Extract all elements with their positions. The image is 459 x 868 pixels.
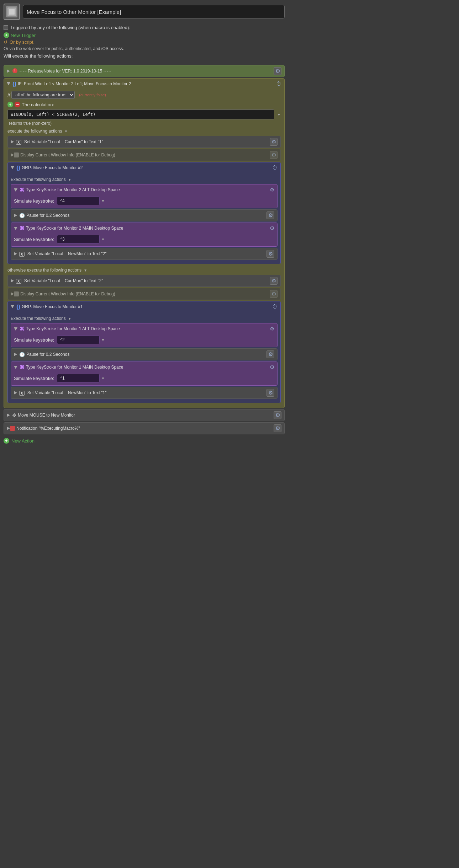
play-button[interactable] — [7, 69, 10, 73]
gear-icon: ⏱ — [276, 81, 281, 87]
trigger-checkbox[interactable] — [4, 25, 8, 30]
grp2-keystroke2-block: ⌘ Type KeyStroke for Monitor 1 MAIN Desk… — [11, 361, 278, 386]
grp1-keystroke1-block: ⌘ Type KeyStroke for Monitor 2 ALT Deskt… — [11, 184, 278, 208]
if-all-row: If all of the following are true: (curre… — [7, 91, 281, 99]
gear-button[interactable]: ⚙ — [270, 290, 278, 298]
play-button[interactable] — [14, 252, 17, 256]
grp2-ks1-keystroke-input[interactable] — [57, 336, 100, 344]
variable-icon: X — [16, 278, 23, 284]
release-notes-label: ~~~ ReleaseNotes for VER: 1.0 2019-10-15… — [19, 69, 274, 74]
script-arrows-icon: ↺ — [4, 39, 7, 45]
play-button[interactable] — [14, 353, 17, 356]
calc-dropdown-icon[interactable]: ▼ — [277, 113, 281, 117]
grp1-keystroke2-header: ⌘ Type KeyStroke for Monitor 2 MAIN Desk… — [11, 223, 277, 234]
grp1-collapse-button[interactable] — [11, 166, 14, 169]
gear-icon: ⏱ — [272, 304, 278, 310]
cmd-icon: ⌘ — [20, 187, 25, 193]
grp2-keystroke1-body: Simulate keystroke: ▼ — [11, 334, 277, 347]
grp2-ks1-dropdown-icon[interactable]: ▼ — [101, 338, 105, 342]
display-info2-label: Display Current Window Info (ENABLE for … — [20, 291, 270, 296]
keystroke2-collapse-btn[interactable] — [14, 227, 17, 230]
grp2-ks2-dropdown-icon[interactable]: ▼ — [101, 376, 105, 380]
grp2-keystroke2-label: Type KeyStroke for Monitor 1 MAIN Deskto… — [26, 365, 270, 370]
gear-button[interactable]: ⚙ — [270, 326, 274, 332]
gear-button[interactable]: ⚙ — [270, 138, 278, 146]
grp2-collapse-button[interactable] — [11, 305, 14, 308]
gear-icon: ⚙ — [268, 251, 273, 257]
set-var-newmon1-row: X Set Variable "Local__NewMon" to Text "… — [11, 248, 278, 260]
execute-actions-label: execute the following actions ▼ — [7, 129, 281, 134]
gear-icon: ⏱ — [272, 165, 278, 171]
gear-icon: ⚙ — [270, 187, 274, 193]
gear-icon: ⚙ — [275, 68, 280, 74]
grp2-execute-label: Execute the following actions ▼ — [11, 316, 278, 321]
gear-button[interactable]: ⚙ — [274, 424, 281, 432]
new-trigger-button[interactable]: + New Trigger — [4, 32, 285, 38]
notification-icon — [10, 426, 15, 431]
grp2-block: {} GRP: Move Focus to Monitor #1 ⏱ Execu… — [7, 301, 281, 403]
display-info1-label: Display Current Window Info (ENABLE for … — [20, 152, 270, 157]
grp2-header: {} GRP: Move Focus to Monitor #1 ⏱ — [8, 301, 280, 312]
gear-button[interactable]: ⚙ — [270, 151, 278, 159]
play-button[interactable] — [7, 427, 10, 430]
grp2-ks2-collapse-btn[interactable] — [14, 366, 17, 369]
play-button[interactable] — [11, 292, 14, 296]
grp1-gear-button[interactable]: ⏱ — [272, 165, 278, 171]
ks2-dropdown-icon[interactable]: ▼ — [101, 237, 105, 241]
all-of-select[interactable]: all of the following are true: — [11, 91, 75, 99]
add-condition-button[interactable]: + — [7, 102, 13, 107]
gray-square-icon — [14, 152, 19, 157]
if-header-label: IF: Front Win Left < Monitor 2 Left; Mov… — [18, 81, 276, 86]
play-button[interactable] — [11, 279, 14, 283]
if-gear-button[interactable]: ⏱ — [276, 81, 281, 87]
grp2-ks1-collapse-btn[interactable] — [14, 327, 17, 331]
gear-button[interactable]: ⚙ — [270, 225, 274, 231]
or-script-row: ↺ Or by script. — [4, 39, 285, 45]
grp1-pause1-label: Pause for 0.2 Seconds — [26, 213, 267, 218]
webserver-row: Or via the web server for public, authen… — [4, 46, 285, 51]
clock-icon: 🕐 — [19, 213, 25, 218]
grp2-gear-button[interactable]: ⏱ — [272, 304, 278, 310]
set-var-currmon1-label: Set Variable "Local__CurrMon" to Text "1… — [24, 139, 270, 144]
grp2-ks2-simulate-label: Simulate keystroke: — [14, 376, 54, 381]
app-icon — [4, 4, 20, 20]
gear-button[interactable]: ⚙ — [274, 411, 281, 419]
new-action-button[interactable]: + New Action — [4, 438, 285, 444]
ks1-dropdown-icon[interactable]: ▼ — [101, 199, 105, 203]
calc-input[interactable] — [7, 109, 274, 119]
variable-icon: X — [16, 139, 23, 145]
variable-icon: X — [19, 251, 26, 257]
clock-icon: 🕐 — [19, 352, 25, 357]
grp1-keystroke2-label: Type KeyStroke for Monitor 2 MAIN Deskto… — [26, 226, 270, 231]
otherwise-execute-label: otherwise execute the following actions … — [7, 268, 281, 273]
if-collapse-button[interactable] — [7, 82, 10, 85]
gear-button[interactable]: ⚙ — [267, 250, 274, 258]
play-button[interactable] — [7, 413, 10, 417]
grp2-ks2-keystroke-input[interactable] — [57, 374, 100, 382]
play-button[interactable] — [11, 140, 14, 144]
grp1-block: {} GRP: Move Focus to Monitor #2 ⏱ Execu… — [7, 162, 281, 264]
gear-button[interactable]: ⚙ — [267, 389, 274, 397]
play-button[interactable] — [14, 214, 17, 217]
if-prefix: If — [7, 92, 10, 98]
macro-title-input[interactable] — [23, 5, 285, 18]
grp1-ks1-keystroke-input[interactable] — [57, 197, 100, 205]
if-block-body: If all of the following are true: (curre… — [4, 89, 284, 408]
gear-button[interactable]: ⚙ — [274, 67, 281, 75]
play-button[interactable] — [11, 153, 14, 157]
webserver-label: Or via the web server for public, authen… — [4, 46, 124, 51]
gear-button[interactable]: ⚙ — [270, 187, 274, 193]
warning-icon: ! — [12, 68, 18, 75]
remove-condition-button[interactable]: − — [15, 102, 20, 107]
gear-button[interactable]: ⚙ — [270, 277, 278, 285]
gear-button[interactable]: ⚙ — [270, 364, 274, 370]
gray-square-icon — [14, 291, 19, 296]
gear-button[interactable]: ⚙ — [267, 211, 274, 219]
gear-button[interactable]: ⚙ — [267, 350, 274, 358]
gear-icon: ⚙ — [271, 278, 276, 284]
condition-controls: + − The calculation: — [7, 102, 281, 107]
keystroke1-collapse-btn[interactable] — [14, 188, 17, 192]
set-var-newmon1-label: Set Variable "Local__NewMon" to Text "2" — [27, 251, 267, 256]
play-button[interactable] — [14, 391, 17, 395]
grp1-ks2-keystroke-input[interactable] — [57, 235, 100, 243]
